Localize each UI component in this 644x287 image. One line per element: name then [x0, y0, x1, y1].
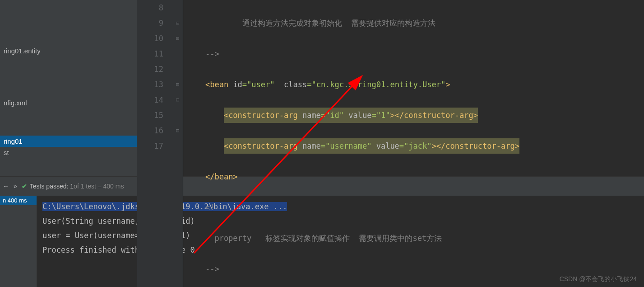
line-gutter: 8 9 10 11 12 13 14 15 16 17	[137, 0, 172, 287]
back-icon[interactable]: ←	[3, 183, 9, 190]
project-sidebar[interactable]: ring01.entity nfig.xml ring01 st	[0, 0, 137, 176]
fold-column[interactable]: ⊟ ⊟ ⊟ ⊟ ⊟	[172, 0, 183, 287]
watermark: CSDN @不会飞的小飞侠24	[560, 275, 637, 283]
test-tree[interactable]: n 400 ms	[0, 196, 37, 287]
expand-icon[interactable]: »	[14, 183, 17, 190]
sidebar-item-config[interactable]: nfig.xml	[0, 97, 137, 108]
sidebar-item-st[interactable]: st	[0, 147, 137, 158]
test-status-label: Tests passed: 1	[30, 183, 74, 190]
check-icon: ✔	[22, 183, 27, 190]
test-tree-item[interactable]: n 400 ms	[0, 196, 37, 205]
sidebar-item-entity[interactable]: ring01.entity	[0, 45, 137, 56]
code-content[interactable]: 通过构造方法完成对象初始化 需要提供对应的构造方法 --> <bean id="…	[183, 0, 644, 287]
code-editor[interactable]: 8 9 10 11 12 13 14 15 16 17 ⊟ ⊟ ⊟ ⊟ ⊟	[137, 0, 644, 176]
sidebar-item-ring01[interactable]: ring01	[0, 136, 137, 147]
